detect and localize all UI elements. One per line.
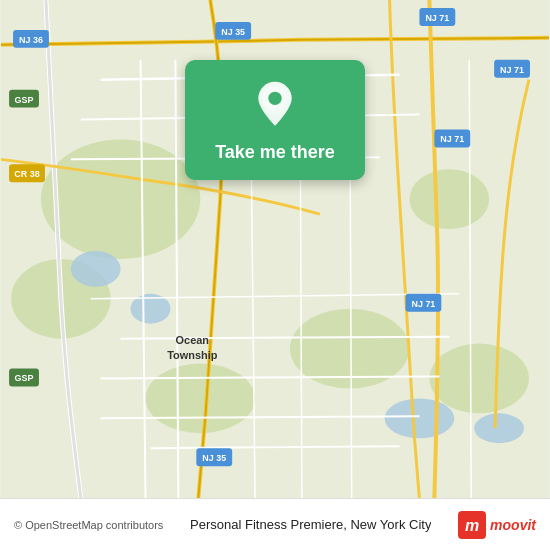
svg-text:Ocean: Ocean bbox=[176, 334, 209, 346]
copyright-text: © OpenStreetMap contributors bbox=[14, 519, 163, 531]
svg-text:NJ 71: NJ 71 bbox=[411, 299, 435, 309]
svg-point-10 bbox=[474, 413, 524, 443]
svg-text:CR 38: CR 38 bbox=[14, 169, 39, 179]
action-label: Take me there bbox=[215, 142, 335, 164]
svg-point-35 bbox=[268, 92, 281, 105]
take-me-there-button[interactable]: Take me there bbox=[185, 60, 365, 180]
svg-text:GSP: GSP bbox=[15, 95, 34, 105]
svg-point-6 bbox=[429, 344, 529, 414]
svg-text:Township: Township bbox=[167, 349, 218, 361]
bottom-bar: © OpenStreetMap contributors Personal Fi… bbox=[0, 498, 550, 550]
moovit-logo: m moovit bbox=[458, 511, 536, 539]
moovit-icon: m bbox=[458, 511, 486, 539]
svg-text:NJ 71: NJ 71 bbox=[425, 13, 449, 23]
svg-text:NJ 71: NJ 71 bbox=[440, 134, 464, 144]
svg-text:NJ 35: NJ 35 bbox=[202, 453, 226, 463]
location-name: Personal Fitness Premiere, New York City bbox=[190, 517, 431, 532]
app: NJ 36 NJ 35 NJ 35 NJ 71 NJ 71 NJ 71 NJ 7… bbox=[0, 0, 550, 550]
svg-text:m: m bbox=[465, 517, 479, 534]
svg-point-5 bbox=[146, 364, 256, 434]
svg-text:GSP: GSP bbox=[15, 373, 34, 383]
svg-point-4 bbox=[409, 169, 489, 229]
svg-point-9 bbox=[385, 398, 455, 438]
location-pin-icon bbox=[250, 80, 300, 130]
moovit-text: moovit bbox=[490, 517, 536, 533]
map-container: NJ 36 NJ 35 NJ 35 NJ 71 NJ 71 NJ 71 NJ 7… bbox=[0, 0, 550, 498]
svg-point-7 bbox=[71, 251, 121, 287]
svg-text:NJ 71: NJ 71 bbox=[500, 65, 524, 75]
svg-text:NJ 36: NJ 36 bbox=[19, 35, 43, 45]
svg-text:NJ 35: NJ 35 bbox=[221, 27, 245, 37]
bottom-left: © OpenStreetMap contributors bbox=[14, 519, 163, 531]
